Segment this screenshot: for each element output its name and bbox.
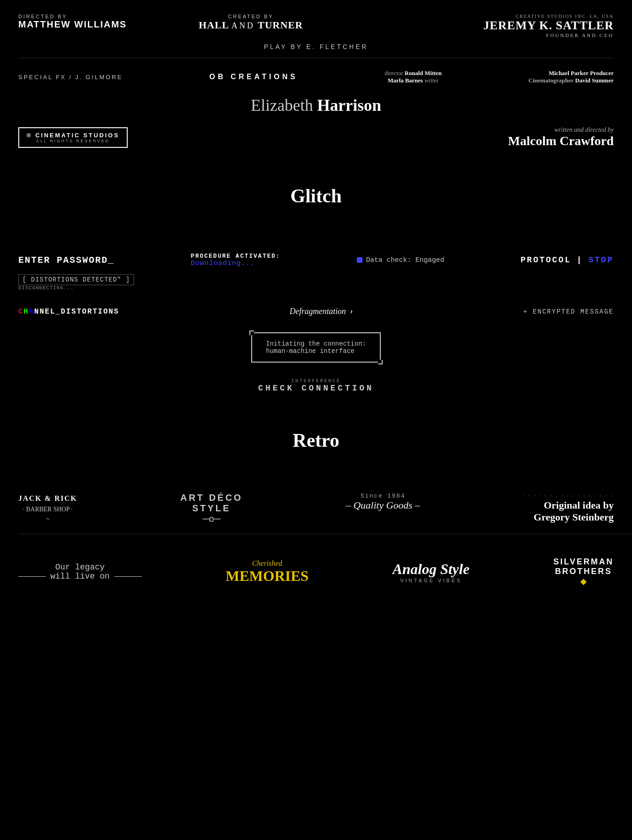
data-check-square-icon [357,257,362,263]
interference-row: INTERFERENCE CHECK CONNECTION [18,369,614,402]
check-connection: CHECK CONNECTION [18,384,614,393]
cinematic-reg: ® [27,132,32,139]
written-directed-block: written and directed by Malcolm Crawford [508,126,614,148]
producer-label: Producer [590,70,614,76]
directed-by-name: MATTHEW WILLIAMS [18,19,127,30]
created-by-name: HALL AND TURNER [199,19,303,31]
cherished-label: Cherished [226,559,308,568]
silverman-line1: SILVERMAN [553,557,614,567]
cinematographer-name: David Summer [575,77,614,84]
defrag-text: Defragmentation [290,307,346,316]
writer-label: writer [424,77,438,84]
barber-subtitle: · BARBER SHOP · [18,504,77,515]
cinematic-title: ® CINEMATIC STUDIOS [27,132,119,139]
quality-dash-right: – [415,499,420,511]
channel-c: C [18,308,24,316]
defrag-block: Defragmentation › [290,307,353,316]
barber-dot2: · [71,506,73,513]
initiating-box: Initiating the connection: human-machine… [251,332,380,363]
special-fx-text: SPECIAL FX / J. GILMORE [18,74,123,81]
cinematic-title-text: CINEMATIC STUDIOS [35,132,119,139]
analog-main: Analog Style [393,561,470,578]
channel-h: H [24,308,29,316]
protocol-separator: | [577,255,583,265]
legacy-line2-text: will live on [50,572,110,581]
retro-cards: JACK & RICK · BARBER SHOP · ~ ART DÉCO S… [0,483,632,534]
divider-1 [18,58,614,58]
distortions-detected: [ DISTORTIONS DETECTED" ] [18,274,134,285]
director-name-row: director Ronald Mitten [384,70,442,77]
credits-row-3: SPECIAL FX / J. GILMORE OB CREATIONS dir… [18,65,614,89]
ceo-block: CREATIVE STUDIOS INC. LA, USA JEREMY K. … [483,14,614,38]
cinematic-box: ® CINEMATIC STUDIOS ALL RIGHTS RESERVED [18,127,128,148]
original-idea-label: Original idea by [523,499,614,511]
company-small: CREATIVE STUDIOS INC. LA, USA [483,14,614,19]
encrypted-text: + ENCRYPTED MESSAGE [523,308,614,315]
created-by-and: AND [232,21,255,30]
section-legacy: Our legacy will live on Cherished MEMORI… [0,543,632,600]
data-check-block: Data check: Engaged [357,256,444,264]
special-fx-block: SPECIAL FX / J. GILMORE [18,73,123,81]
cinematic-row: ® CINEMATIC STUDIOS ALL RIGHTS RESERVED … [18,122,614,157]
initiating-row: Initiating the connection: human-machine… [18,325,614,369]
cinematographer-row: Cinematographer David Summer [529,77,614,84]
art-deco-block: ART DÉCO STYLE ─o─ [180,493,243,524]
barber-names-text: JACK & RICK [18,494,77,502]
created-by-block: CREATED BY HALL AND TURNER [199,14,303,31]
elizabeth-last: Harrison [317,96,381,114]
stop-text: STOP [589,255,614,265]
data-check-text: Data check: Engaged [366,256,444,264]
cherished-block: Cherished MEMORIES [226,559,308,585]
writer-name: Marla Barnes [388,77,423,84]
section-glitch: Glitch [0,167,632,244]
writer-row: Marla Barnes writer [384,77,442,84]
terminal-row-1: ENTER PASSWORD_ PROCEDURE ACTIVATED: Dow… [18,253,614,267]
elizabeth-row: Elizabeth Harrison [18,89,614,122]
director-name: Ronald Mitten [405,70,442,76]
memories-text: MEMORIES [226,568,308,585]
legacy-hr-left [18,576,46,577]
original-idea-text: Original idea by Gregory Steinberg [523,499,614,523]
director-label: director [384,70,403,76]
procedure-block: PROCEDURE ACTIVATED: Downloading... [191,253,281,267]
art-deco-style: STYLE [180,503,243,514]
cinematic-rights: ALL RIGHTS RESERVED [27,139,119,143]
legacy-line2-row: will live on [18,572,142,581]
written-directed-name: Malcolm Crawford [508,134,614,148]
barber-names: JACK & RICK [18,493,77,504]
protocol-block: PROTOCOL | STOP [521,255,614,265]
disconnecting-text: DISCONNECTING... [18,285,614,291]
producer-row: Michael Parker Producer [529,70,614,77]
created-by-hall: HALL [199,19,228,31]
initiating-line1: Initiating the connection: [266,340,366,347]
divider-2 [18,534,632,534]
procedure-label: PROCEDURE ACTIVATED: [191,253,281,260]
protocol-text: PROTOCOL [521,255,571,265]
directed-by-block: DIRECTED BY MATTHEW WILLIAMS [18,14,127,30]
our-legacy-block: Our legacy will live on [18,563,142,581]
barber-shop-block: JACK & RICK · BARBER SHOP · ~ [18,493,77,525]
silverman-block: SILVERMAN BROTHERS ◆ [553,557,614,586]
original-idea-block: · · · · · · · · · · · · · · · · · Origin… [523,493,614,523]
barber-tilde: ~ [18,515,77,525]
retro-title: Retro [18,429,614,451]
analog-style-block: Analog Style VINTAGE VIBES [393,561,470,583]
cinematographer-label: Cinematographer [529,77,574,84]
distortions-row: [ DISTORTIONS DETECTED" ] DISCONNECTING.… [18,274,614,291]
silverman-line2: BROTHERS [553,567,614,576]
quality-main: Quality Goods [353,499,412,511]
diamond-icon: ◆ [553,576,614,586]
quality-text: – Quality Goods – [346,499,420,511]
distortions-text: [ DISTORTIONS DETECTED" ] [22,276,130,283]
channel-row: CHANNEL_DISTORTIONS Defragmentation › + … [18,298,614,325]
section-retro: Retro [0,411,632,483]
glitch-title: Glitch [18,185,614,207]
initiating-line2: human-machine interface [266,347,366,355]
ob-creations-block: OB CREATIONS [210,73,298,81]
channel-a: A [29,308,34,316]
art-deco-decorline: ─o─ [180,514,243,524]
section-terminal: ENTER PASSWORD_ PROCEDURE ACTIVATED: Dow… [0,244,632,411]
original-idea-name: Gregory Steinberg [523,511,614,523]
quality-goods-block: Since 1984 – Quality Goods – [346,493,420,511]
legacy-line1: Our legacy [18,563,142,572]
